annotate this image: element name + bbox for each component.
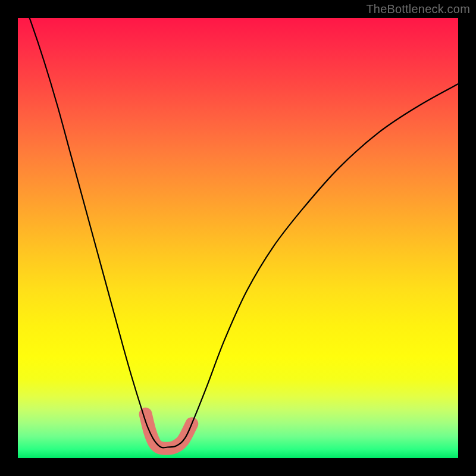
bottleneck-curve bbox=[18, 18, 458, 447]
highlight-segment bbox=[146, 414, 192, 449]
plot-area bbox=[18, 18, 458, 458]
curve-layer bbox=[18, 18, 458, 458]
watermark-text: TheBottleneck.com bbox=[366, 2, 470, 16]
chart-frame: TheBottleneck.com bbox=[0, 0, 476, 476]
